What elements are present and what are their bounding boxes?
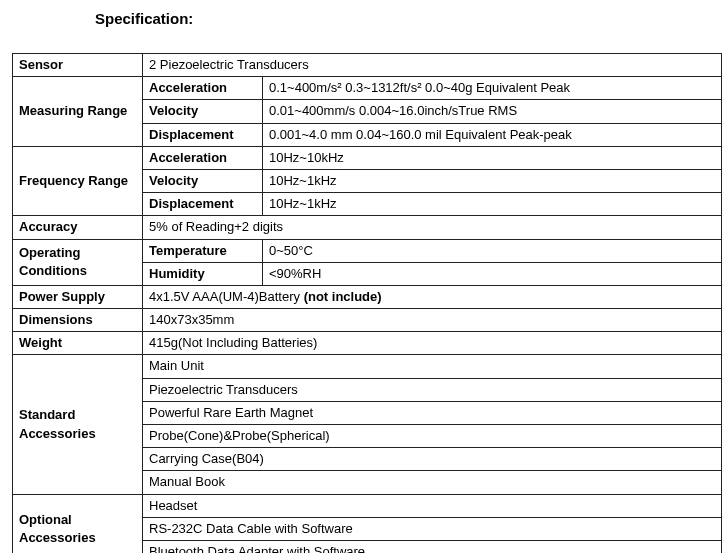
sa-item: Carrying Case(B04)	[143, 448, 722, 471]
table-row: Frequency Range Acceleration 10Hz~10kHz	[13, 146, 722, 169]
fr-displacement-value: 10Hz~1kHz	[263, 193, 722, 216]
oa-item: Headset	[143, 494, 722, 517]
mr-displacement-value: 0.001~4.0 mm 0.04~160.0 mil Equivalent P…	[263, 123, 722, 146]
oc-humidity-value: <90%RH	[263, 262, 722, 285]
oa-item: RS-232C Data Cable with Software	[143, 517, 722, 540]
power-supply-label: Power Supply	[13, 285, 143, 308]
measuring-range-label: Measuring Range	[13, 77, 143, 147]
oa-item: Bluetooth Data Adapter with Software	[143, 540, 722, 553]
frequency-range-label: Frequency Range	[13, 146, 143, 216]
fr-displacement-label: Displacement	[143, 193, 263, 216]
dimensions-label: Dimensions	[13, 309, 143, 332]
weight-value: 415g(Not Including Batteries)	[143, 332, 722, 355]
oc-temperature-label: Temperature	[143, 239, 263, 262]
dimensions-value: 140x73x35mm	[143, 309, 722, 332]
sa-item: Piezoelectric Transducers	[143, 378, 722, 401]
power-supply-value: 4x1.5V AAA(UM-4)Battery (not include)	[143, 285, 722, 308]
oc-humidity-label: Humidity	[143, 262, 263, 285]
standard-accessories-label: Standard Accessories	[13, 355, 143, 494]
sa-item: Probe(Cone)&Probe(Spherical)	[143, 425, 722, 448]
fr-velocity-label: Velocity	[143, 169, 263, 192]
accuracy-value: 5% of Reading+2 digits	[143, 216, 722, 239]
fr-accel-value: 10Hz~10kHz	[263, 146, 722, 169]
accuracy-label: Accuracy	[13, 216, 143, 239]
sa-item: Main Unit	[143, 355, 722, 378]
table-row: Optional Accessories Headset	[13, 494, 722, 517]
sensor-value: 2 Piezoelectric Transducers	[143, 54, 722, 77]
table-row: Standard Accessories Main Unit	[13, 355, 722, 378]
mr-displacement-label: Displacement	[143, 123, 263, 146]
power-supply-text: 4x1.5V AAA(UM-4)Battery	[149, 289, 304, 304]
oc-temperature-value: 0~50°C	[263, 239, 722, 262]
table-row: Accuracy 5% of Reading+2 digits	[13, 216, 722, 239]
mr-velocity-label: Velocity	[143, 100, 263, 123]
table-row: Operating Conditions Temperature 0~50°C	[13, 239, 722, 262]
table-row: Dimensions 140x73x35mm	[13, 309, 722, 332]
table-row: Power Supply 4x1.5V AAA(UM-4)Battery (no…	[13, 285, 722, 308]
table-row: Weight 415g(Not Including Batteries)	[13, 332, 722, 355]
mr-velocity-value: 0.01~400mm/s 0.004~16.0inch/sTrue RMS	[263, 100, 722, 123]
optional-accessories-label: Optional Accessories	[13, 494, 143, 553]
mr-accel-value: 0.1~400m/s² 0.3~1312ft/s² 0.0~40g Equiva…	[263, 77, 722, 100]
sensor-label: Sensor	[13, 54, 143, 77]
page-title: Specification:	[95, 10, 728, 27]
fr-velocity-value: 10Hz~1kHz	[263, 169, 722, 192]
operating-conditions-label: Operating Conditions	[13, 239, 143, 285]
power-supply-note: (not include)	[304, 289, 382, 304]
weight-label: Weight	[13, 332, 143, 355]
specification-table: Sensor 2 Piezoelectric Transducers Measu…	[12, 53, 722, 553]
table-row: Sensor 2 Piezoelectric Transducers	[13, 54, 722, 77]
sa-item: Manual Book	[143, 471, 722, 494]
sa-item: Powerful Rare Earth Magnet	[143, 401, 722, 424]
table-row: Measuring Range Acceleration 0.1~400m/s²…	[13, 77, 722, 100]
mr-accel-label: Acceleration	[143, 77, 263, 100]
fr-accel-label: Acceleration	[143, 146, 263, 169]
